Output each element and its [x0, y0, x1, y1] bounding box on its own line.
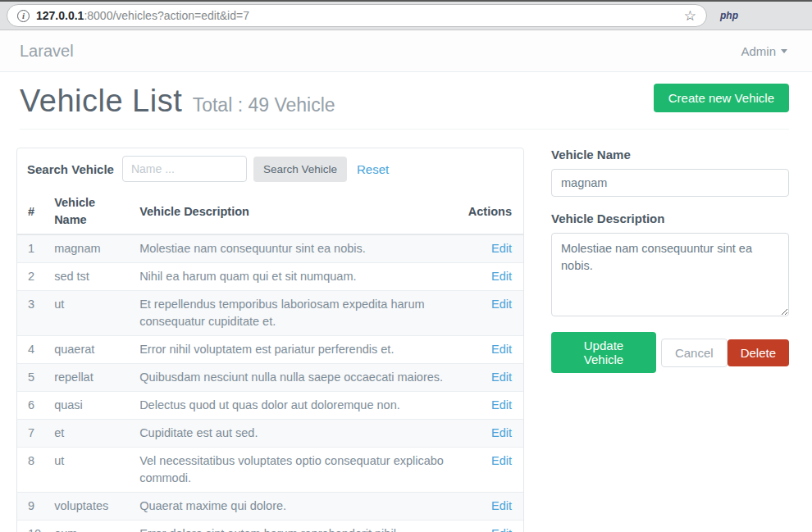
- edit-link[interactable]: Edit: [491, 242, 512, 255]
- main-content: Search Vehicle Search Vehicle Reset # Ve…: [0, 130, 812, 532]
- search-form: Search Vehicle Search Vehicle Reset: [17, 148, 523, 189]
- row-number: 7: [17, 420, 48, 448]
- vehicle-name-cell: repellat: [48, 364, 133, 392]
- reset-link[interactable]: Reset: [357, 162, 389, 176]
- search-button[interactable]: Search Vehicle: [253, 157, 347, 182]
- create-vehicle-button[interactable]: Create new Vehicle: [654, 84, 789, 112]
- row-number: 9: [17, 493, 48, 521]
- cancel-button[interactable]: Cancel: [661, 339, 728, 367]
- edit-link[interactable]: Edit: [491, 371, 512, 384]
- row-number: 5: [17, 364, 48, 392]
- browser-chrome: i 127.0.0.1:8000/vehicles?action=edit&id…: [0, 0, 812, 30]
- vehicle-name-cell: ut: [48, 448, 133, 493]
- vehicle-description-cell: Molestiae nam consequuntur sint ea nobis…: [133, 234, 462, 263]
- row-number: 6: [17, 392, 48, 420]
- row-number: 8: [17, 448, 48, 493]
- vehicle-name-input[interactable]: [551, 169, 789, 197]
- row-number: 1: [17, 234, 48, 263]
- table-row: 7 et Cupiditate est aut sed. Edit: [17, 420, 523, 448]
- edit-link[interactable]: Edit: [491, 454, 512, 467]
- form-actions: Update Vehicle Cancel Delete: [551, 332, 789, 373]
- vehicle-list-panel: Search Vehicle Search Vehicle Reset # Ve…: [16, 148, 524, 532]
- edit-link[interactable]: Edit: [491, 298, 512, 311]
- vehicle-description-cell: Et repellendus temporibus laboriosam exp…: [133, 291, 462, 336]
- edit-link[interactable]: Edit: [491, 343, 512, 356]
- vehicle-description-cell: Error dolore sint autem harum reprehende…: [133, 521, 462, 532]
- table-row: 9 voluptates Quaerat maxime qui dolore. …: [17, 493, 523, 521]
- table-row: 8 ut Vel necessitatibus voluptates optio…: [17, 448, 523, 493]
- table-row: 3 ut Et repellendus temporibus laboriosa…: [17, 291, 523, 336]
- vehicle-description-cell: Vel necessitatibus voluptates optio cons…: [133, 448, 462, 493]
- table-row: 2 sed tst Nihil ea harum quam qui et sit…: [17, 263, 523, 291]
- table-row: 6 quasi Delectus quod ut quas dolor aut …: [17, 392, 523, 420]
- vehicle-name-label: Vehicle Name: [551, 148, 789, 161]
- total-count-label: Total : 49 Vehicle: [193, 94, 335, 116]
- search-label: Search Vehicle: [27, 162, 114, 176]
- edit-link[interactable]: Edit: [491, 398, 512, 412]
- vehicle-name-cell: quasi: [48, 392, 133, 420]
- vehicle-name-cell: ut: [48, 291, 133, 336]
- edit-link[interactable]: Edit: [491, 527, 512, 532]
- vehicle-description-cell: Error nihil voluptatem est pariatur perf…: [133, 336, 462, 364]
- edit-link[interactable]: Edit: [491, 499, 512, 512]
- bookmark-star-icon[interactable]: ☆: [684, 7, 696, 25]
- url-text: 127.0.0.1:8000/vehicles?action=edit&id=7: [36, 9, 677, 22]
- address-bar[interactable]: i 127.0.0.1:8000/vehicles?action=edit&id…: [7, 4, 707, 27]
- php-profile-label: php: [720, 10, 738, 21]
- page-header: Vehicle List Total : 49 Vehicle Create n…: [0, 72, 812, 130]
- brand-link[interactable]: Laravel: [20, 42, 74, 61]
- column-header-actions: Actions: [462, 189, 523, 234]
- chevron-down-icon: [781, 49, 787, 53]
- header-divider: [20, 129, 789, 130]
- vehicle-description-cell: Delectus quod ut quas dolor aut doloremq…: [133, 392, 462, 420]
- vehicle-description-cell: Cupiditate est aut sed.: [133, 420, 462, 448]
- table-row: 5 repellat Quibusdam nesciunt nulla null…: [17, 364, 523, 392]
- edit-link[interactable]: Edit: [491, 426, 512, 439]
- url-host: 127.0.0.1: [36, 9, 84, 22]
- column-header-name: Vehicle Name: [48, 189, 133, 234]
- vehicle-name-cell: et: [48, 420, 133, 448]
- vehicle-name-cell: magnam: [48, 234, 133, 263]
- delete-button[interactable]: Delete: [728, 339, 789, 366]
- vehicle-name-cell: voluptates: [48, 493, 133, 521]
- app-navbar: Laravel Admin: [0, 30, 812, 72]
- edit-link[interactable]: Edit: [491, 270, 512, 283]
- vehicle-description-label: Vehicle Description: [551, 211, 789, 225]
- table-row: 10 eum Error dolore sint autem harum rep…: [17, 521, 523, 532]
- vehicle-name-cell: eum: [48, 521, 133, 532]
- table-row: 1 magnam Molestiae nam consequuntur sint…: [17, 234, 523, 263]
- column-header-num: #: [17, 189, 48, 234]
- row-number: 10: [17, 521, 48, 532]
- update-vehicle-button[interactable]: Update Vehicle: [551, 332, 656, 373]
- vehicle-description-cell: Quibusdam nesciunt nulla nulla saepe occ…: [133, 364, 462, 392]
- admin-dropdown-label: Admin: [741, 44, 776, 58]
- vehicle-name-cell: sed tst: [48, 263, 133, 291]
- row-number: 3: [17, 291, 48, 336]
- page-info-icon[interactable]: i: [17, 10, 30, 22]
- vehicle-table: # Vehicle Name Vehicle Description Actio…: [17, 189, 523, 532]
- vehicle-description-cell: Nihil ea harum quam qui et sit numquam.: [133, 263, 462, 291]
- row-number: 4: [17, 336, 48, 364]
- url-path: :8000/vehicles?action=edit&id=7: [84, 9, 249, 22]
- table-row: 4 quaerat Error nihil voluptatem est par…: [17, 336, 523, 364]
- vehicle-description-textarea[interactable]: [551, 233, 789, 316]
- page-title: Vehicle List: [20, 84, 182, 118]
- table-header-row: # Vehicle Name Vehicle Description Actio…: [17, 189, 523, 234]
- search-input[interactable]: [122, 156, 247, 182]
- vehicle-description-cell: Quaerat maxime qui dolore.: [133, 493, 462, 521]
- column-header-description: Vehicle Description: [133, 189, 462, 234]
- vehicle-list-column: Search Vehicle Search Vehicle Reset # Ve…: [16, 148, 524, 532]
- row-number: 2: [17, 263, 48, 291]
- admin-dropdown[interactable]: Admin: [741, 44, 787, 58]
- edit-vehicle-form: Vehicle Name Vehicle Description Update …: [551, 148, 789, 373]
- vehicle-name-cell: quaerat: [48, 336, 133, 364]
